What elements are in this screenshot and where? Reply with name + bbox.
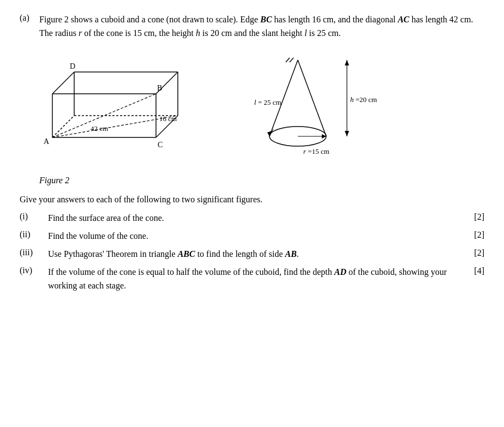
sub-questions: (i) Find the surface area of the cone. [… [20, 212, 484, 292]
part-a-label: (a) [20, 13, 35, 40]
label-A: A [44, 137, 50, 146]
instructions-text: Give your answers to each of the followi… [20, 193, 484, 207]
figure-label: Figure 2 [39, 176, 484, 185]
label-D: D [70, 62, 75, 70]
svg-marker-24 [345, 60, 349, 65]
sub-q-i-label: (i) [20, 212, 48, 221]
part-a-content: Figure 2 shows a cuboid and a cone (not … [39, 13, 484, 40]
sub-q-i-marks: [2] [465, 212, 484, 222]
label-42cm: 42 cm [91, 124, 108, 133]
label-B: B [157, 84, 162, 92]
sub-q-i-text: Find the surface area of the cone. [48, 212, 465, 225]
svg-line-18 [290, 58, 293, 62]
sub-q-ii-text: Find the volume of the cone. [48, 230, 465, 243]
cuboid-figure: D B A C 42 cm 16 cm [20, 50, 211, 170]
label-r: r =15 cm [303, 147, 329, 155]
sub-q-iv: (iv) If the volume of the cone is equal … [20, 266, 484, 293]
sub-q-iv-label: (iv) [20, 266, 48, 275]
label-l: l = 25 cm [254, 98, 281, 106]
svg-line-4 [52, 72, 74, 94]
svg-marker-25 [345, 131, 349, 136]
sub-q-ii-marks: [2] [465, 230, 484, 240]
svg-line-15 [298, 60, 326, 136]
sub-q-ii-label: (ii) [20, 230, 48, 239]
label-16cm: 16 cm [159, 115, 177, 123]
sub-q-ii: (ii) Find the volume of the cone. [2] [20, 230, 484, 243]
figures-row: D B A C 42 cm 16 cm l = 25 cm r =15 cm [20, 50, 484, 170]
sub-q-iv-marks: [4] [465, 266, 484, 276]
sub-q-i: (i) Find the surface area of the cone. [… [20, 212, 484, 225]
cone-figure: l = 25 cm r =15 cm h =20 cm [243, 50, 396, 170]
intro-text: Figure 2 shows a cuboid and a cone (not … [39, 15, 473, 38]
sub-q-iv-text: If the volume of the cone is equal to ha… [48, 266, 465, 293]
sub-q-iii-label: (iii) [20, 248, 48, 257]
svg-line-17 [286, 58, 290, 62]
sub-q-iii-text: Use Pythagoras' Theorem in triangle ABC … [48, 248, 465, 261]
label-C: C [158, 141, 163, 149]
label-h: h =20 cm [350, 95, 377, 104]
part-a: (a) Figure 2 shows a cuboid and a cone (… [20, 13, 484, 40]
sub-q-iii-marks: [2] [465, 248, 484, 258]
sub-q-iii: (iii) Use Pythagoras' Theorem in triangl… [20, 248, 484, 261]
